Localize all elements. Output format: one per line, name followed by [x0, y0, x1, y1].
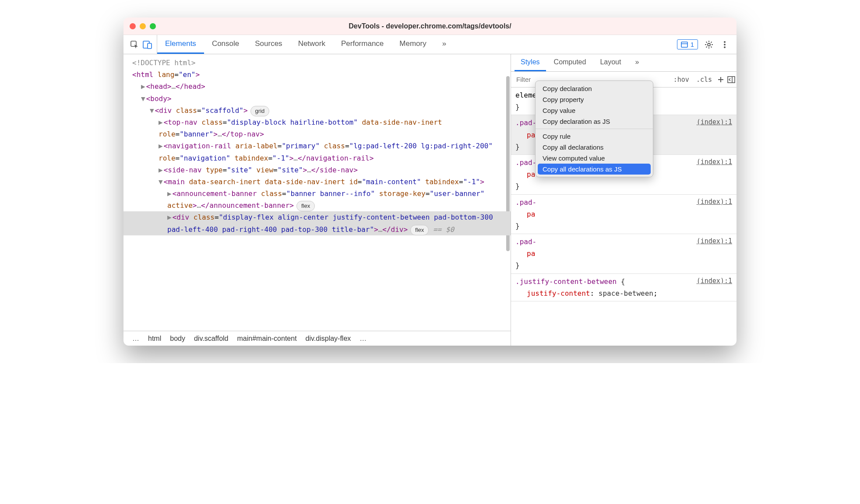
svg-point-6 [724, 41, 726, 43]
svg-rect-3 [681, 42, 687, 47]
style-rule[interactable]: (index):1 .pad- pa } [511, 195, 737, 234]
minimize-window-button[interactable] [140, 23, 146, 29]
elements-panel: <!DOCTYPE html> <html lang="en"> ▶<head>… [123, 54, 511, 346]
new-rule-icon[interactable] [715, 72, 726, 87]
style-rule[interactable]: (index):1 .justify-content-between { jus… [511, 274, 737, 301]
ctx-separator [536, 129, 653, 129]
ctx-copy-property[interactable]: Copy property [536, 94, 653, 105]
side-tab-styles[interactable]: Styles [515, 54, 546, 71]
tab-sources[interactable]: Sources [247, 35, 290, 54]
tab-network[interactable]: Network [290, 35, 333, 54]
window-title: DevTools - developer.chrome.com/tags/dev… [123, 22, 737, 30]
side-tab-computed[interactable]: Computed [548, 54, 592, 71]
breadcrumb-item[interactable]: div.scaffold [190, 335, 233, 343]
cls-toggle[interactable]: .cls [693, 72, 715, 87]
tab-performance[interactable]: Performance [333, 35, 391, 54]
breadcrumb-item[interactable]: main#main-content [233, 335, 301, 343]
ctx-copy-value[interactable]: Copy value [536, 105, 653, 116]
ctx-view-computed-value[interactable]: View computed value [536, 153, 653, 164]
ctx-copy-declaration-as-js[interactable]: Copy declaration as JS [536, 116, 653, 127]
side-tab-layout[interactable]: Layout [594, 54, 627, 71]
ctx-copy-all-declarations[interactable]: Copy all declarations [536, 142, 653, 153]
selected-ref: == $0 [433, 225, 454, 234]
tab-overflow[interactable]: » [434, 35, 454, 54]
breadcrumb-item[interactable]: div.display-flex [301, 335, 356, 343]
breadcrumb-item[interactable]: body [166, 335, 190, 343]
styles-panel: Styles Computed Layout » :hov .cls eleme… [511, 54, 737, 346]
svg-point-7 [724, 44, 726, 46]
rule-source[interactable]: (index):1 [697, 236, 732, 247]
settings-icon[interactable] [704, 40, 714, 49]
breadcrumb-prefix[interactable]: … [128, 335, 144, 343]
style-rule[interactable]: (index):1 .pad- pa } [511, 234, 737, 274]
rule-source[interactable]: (index):1 [697, 117, 732, 128]
flex-badge-2[interactable]: flex [410, 225, 429, 235]
close-window-button[interactable] [130, 23, 136, 29]
devtools-window: DevTools - developer.chrome.com/tags/dev… [123, 18, 737, 346]
ctx-copy-all-declarations-as-js[interactable]: Copy all declarations as JS [538, 164, 651, 175]
maximize-window-button[interactable] [150, 23, 156, 29]
rule-source[interactable]: (index):1 [697, 196, 732, 208]
svg-rect-2 [148, 43, 152, 49]
ctx-copy-declaration[interactable]: Copy declaration [536, 83, 653, 94]
hov-toggle[interactable]: :hov [670, 72, 693, 87]
breadcrumb-item[interactable]: html [144, 335, 166, 343]
titlebar: DevTools - developer.chrome.com/tags/dev… [123, 18, 737, 35]
side-tab-overflow[interactable]: » [629, 54, 645, 71]
side-tabs: Styles Computed Layout » [511, 54, 737, 72]
issues-count: 1 [691, 41, 694, 48]
breadcrumbs[interactable]: … html body div.scaffold main#main-conte… [123, 331, 511, 346]
dom-tree[interactable]: <!DOCTYPE html> <html lang="en"> ▶<head>… [123, 54, 511, 331]
issues-badge[interactable]: 1 [677, 39, 698, 49]
breadcrumb-suffix[interactable]: … [355, 335, 371, 343]
main-toolbar: Elements Console Sources Network Perform… [123, 35, 737, 54]
rule-source[interactable]: (index):1 [697, 276, 732, 287]
svg-point-5 [708, 43, 710, 46]
tab-console[interactable]: Console [204, 35, 247, 54]
content-area: <!DOCTYPE html> <html lang="en"> ▶<head>… [123, 54, 737, 346]
device-toggle-icon[interactable] [143, 40, 152, 49]
svg-point-8 [724, 46, 726, 48]
panel-toggle-icon[interactable] [726, 72, 737, 87]
flex-badge[interactable]: flex [296, 201, 315, 211]
context-menu: Copy declaration Copy property Copy valu… [535, 80, 653, 177]
more-icon[interactable] [720, 40, 730, 49]
rule-source[interactable]: (index):1 [697, 157, 732, 168]
ctx-copy-rule[interactable]: Copy rule [536, 131, 653, 142]
tab-memory[interactable]: Memory [391, 35, 434, 54]
grid-badge[interactable]: grid [250, 106, 270, 116]
tab-elements[interactable]: Elements [157, 35, 204, 54]
inspect-icon[interactable] [130, 40, 139, 49]
traffic-lights [130, 23, 156, 29]
panel-tabs: Elements Console Sources Network Perform… [157, 35, 672, 54]
